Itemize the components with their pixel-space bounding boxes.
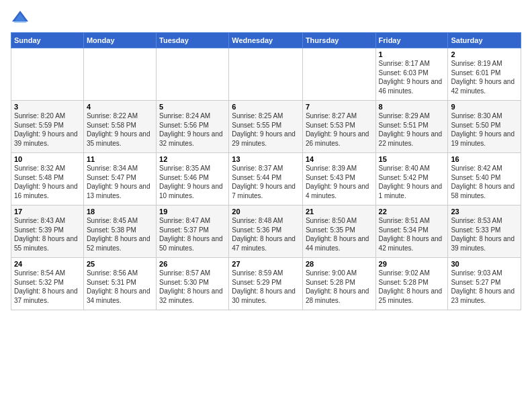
day-number: 8 bbox=[379, 103, 445, 111]
day-cell: 11Sunrise: 8:34 AM Sunset: 5:47 PM Dayli… bbox=[83, 153, 156, 205]
day-cell: 7Sunrise: 8:27 AM Sunset: 5:53 PM Daylig… bbox=[302, 101, 375, 153]
day-number: 2 bbox=[451, 50, 518, 58]
day-number: 7 bbox=[306, 103, 373, 111]
day-number: 26 bbox=[159, 260, 226, 268]
weekday-header-wednesday: Wednesday bbox=[229, 33, 303, 48]
logo-icon bbox=[11, 8, 30, 27]
day-cell: 15Sunrise: 8:40 AM Sunset: 5:42 PM Dayli… bbox=[375, 153, 448, 205]
day-cell: 28Sunrise: 9:00 AM Sunset: 5:28 PM Dayli… bbox=[302, 258, 375, 310]
day-cell: 3Sunrise: 8:20 AM Sunset: 5:59 PM Daylig… bbox=[11, 101, 84, 153]
day-info: Sunrise: 9:03 AM Sunset: 5:27 PM Dayligh… bbox=[451, 269, 518, 305]
day-info: Sunrise: 8:54 AM Sunset: 5:32 PM Dayligh… bbox=[14, 269, 81, 305]
weekday-header-row: SundayMondayTuesdayWednesdayThursdayFrid… bbox=[11, 33, 521, 48]
day-cell bbox=[157, 48, 229, 101]
week-row-0: 1Sunrise: 8:17 AM Sunset: 6:03 PM Daylig… bbox=[11, 48, 521, 101]
day-cell: 6Sunrise: 8:25 AM Sunset: 5:55 PM Daylig… bbox=[229, 101, 303, 153]
day-info: Sunrise: 8:19 AM Sunset: 6:01 PM Dayligh… bbox=[451, 59, 518, 95]
day-info: Sunrise: 8:39 AM Sunset: 5:43 PM Dayligh… bbox=[306, 164, 373, 200]
day-number: 12 bbox=[159, 155, 226, 163]
day-cell: 2Sunrise: 8:19 AM Sunset: 6:01 PM Daylig… bbox=[448, 48, 521, 101]
day-number: 24 bbox=[14, 260, 81, 268]
day-cell: 1Sunrise: 8:17 AM Sunset: 6:03 PM Daylig… bbox=[375, 48, 448, 101]
week-row-3: 17Sunrise: 8:43 AM Sunset: 5:39 PM Dayli… bbox=[11, 205, 521, 258]
week-row-1: 3Sunrise: 8:20 AM Sunset: 5:59 PM Daylig… bbox=[11, 101, 521, 153]
day-number: 10 bbox=[14, 155, 81, 163]
day-cell: 26Sunrise: 8:57 AM Sunset: 5:30 PM Dayli… bbox=[157, 258, 229, 310]
logo bbox=[11, 8, 32, 27]
week-row-4: 24Sunrise: 8:54 AM Sunset: 5:32 PM Dayli… bbox=[11, 258, 521, 310]
day-number: 11 bbox=[87, 155, 153, 163]
day-number: 5 bbox=[159, 103, 226, 111]
weekday-header-monday: Monday bbox=[83, 33, 156, 48]
day-info: Sunrise: 8:51 AM Sunset: 5:34 PM Dayligh… bbox=[379, 216, 445, 253]
day-number: 20 bbox=[232, 208, 300, 216]
day-number: 30 bbox=[451, 260, 518, 268]
day-cell: 13Sunrise: 8:37 AM Sunset: 5:44 PM Dayli… bbox=[229, 153, 303, 205]
page: SundayMondayTuesdayWednesdayThursdayFrid… bbox=[0, 0, 532, 411]
day-info: Sunrise: 8:29 AM Sunset: 5:51 PM Dayligh… bbox=[379, 111, 445, 148]
day-cell: 9Sunrise: 8:30 AM Sunset: 5:50 PM Daylig… bbox=[448, 101, 521, 153]
day-number: 6 bbox=[232, 103, 300, 111]
weekday-header-friday: Friday bbox=[375, 33, 448, 48]
day-info: Sunrise: 8:17 AM Sunset: 6:03 PM Dayligh… bbox=[379, 59, 445, 95]
day-number: 13 bbox=[232, 155, 300, 163]
day-info: Sunrise: 8:34 AM Sunset: 5:47 PM Dayligh… bbox=[87, 164, 153, 200]
day-number: 3 bbox=[14, 103, 81, 111]
day-cell bbox=[229, 48, 303, 101]
weekday-header-tuesday: Tuesday bbox=[157, 33, 229, 48]
day-cell: 21Sunrise: 8:50 AM Sunset: 5:35 PM Dayli… bbox=[302, 205, 375, 258]
day-number: 22 bbox=[379, 208, 445, 216]
day-cell: 8Sunrise: 8:29 AM Sunset: 5:51 PM Daylig… bbox=[375, 101, 448, 153]
day-number: 29 bbox=[379, 260, 445, 268]
day-number: 17 bbox=[14, 208, 81, 216]
day-info: Sunrise: 8:32 AM Sunset: 5:48 PM Dayligh… bbox=[14, 164, 81, 200]
day-info: Sunrise: 8:40 AM Sunset: 5:42 PM Dayligh… bbox=[379, 164, 445, 200]
weekday-header-sunday: Sunday bbox=[11, 33, 84, 48]
day-info: Sunrise: 8:20 AM Sunset: 5:59 PM Dayligh… bbox=[14, 111, 81, 148]
header bbox=[11, 8, 521, 27]
day-info: Sunrise: 8:50 AM Sunset: 5:35 PM Dayligh… bbox=[306, 216, 373, 253]
day-info: Sunrise: 8:43 AM Sunset: 5:39 PM Dayligh… bbox=[14, 216, 81, 253]
day-info: Sunrise: 8:35 AM Sunset: 5:46 PM Dayligh… bbox=[159, 164, 226, 200]
day-number: 14 bbox=[306, 155, 373, 163]
day-number: 18 bbox=[87, 208, 153, 216]
day-cell: 17Sunrise: 8:43 AM Sunset: 5:39 PM Dayli… bbox=[11, 205, 84, 258]
day-number: 4 bbox=[87, 103, 153, 111]
weekday-header-saturday: Saturday bbox=[448, 33, 521, 48]
day-cell: 27Sunrise: 8:59 AM Sunset: 5:29 PM Dayli… bbox=[229, 258, 303, 310]
calendar-table: SundayMondayTuesdayWednesdayThursdayFrid… bbox=[11, 32, 521, 310]
day-number: 19 bbox=[159, 208, 226, 216]
day-number: 25 bbox=[87, 260, 153, 268]
day-info: Sunrise: 8:37 AM Sunset: 5:44 PM Dayligh… bbox=[232, 164, 300, 200]
day-info: Sunrise: 8:57 AM Sunset: 5:30 PM Dayligh… bbox=[159, 269, 226, 305]
day-info: Sunrise: 8:53 AM Sunset: 5:33 PM Dayligh… bbox=[451, 216, 518, 253]
day-cell: 30Sunrise: 9:03 AM Sunset: 5:27 PM Dayli… bbox=[448, 258, 521, 310]
day-cell: 19Sunrise: 8:47 AM Sunset: 5:37 PM Dayli… bbox=[157, 205, 229, 258]
day-info: Sunrise: 8:56 AM Sunset: 5:31 PM Dayligh… bbox=[87, 269, 153, 305]
day-cell: 23Sunrise: 8:53 AM Sunset: 5:33 PM Dayli… bbox=[448, 205, 521, 258]
day-cell bbox=[302, 48, 375, 101]
day-cell: 4Sunrise: 8:22 AM Sunset: 5:58 PM Daylig… bbox=[83, 101, 156, 153]
day-info: Sunrise: 8:30 AM Sunset: 5:50 PM Dayligh… bbox=[451, 111, 518, 148]
day-cell: 20Sunrise: 8:48 AM Sunset: 5:36 PM Dayli… bbox=[229, 205, 303, 258]
day-info: Sunrise: 9:02 AM Sunset: 5:28 PM Dayligh… bbox=[379, 269, 445, 305]
day-cell: 24Sunrise: 8:54 AM Sunset: 5:32 PM Dayli… bbox=[11, 258, 84, 310]
day-info: Sunrise: 8:47 AM Sunset: 5:37 PM Dayligh… bbox=[159, 216, 226, 253]
week-row-2: 10Sunrise: 8:32 AM Sunset: 5:48 PM Dayli… bbox=[11, 153, 521, 205]
day-info: Sunrise: 8:24 AM Sunset: 5:56 PM Dayligh… bbox=[159, 111, 226, 148]
day-info: Sunrise: 8:42 AM Sunset: 5:40 PM Dayligh… bbox=[451, 164, 518, 200]
day-number: 15 bbox=[379, 155, 445, 163]
day-cell: 10Sunrise: 8:32 AM Sunset: 5:48 PM Dayli… bbox=[11, 153, 84, 205]
day-info: Sunrise: 8:22 AM Sunset: 5:58 PM Dayligh… bbox=[87, 111, 153, 148]
day-number: 23 bbox=[451, 208, 518, 216]
day-number: 1 bbox=[379, 50, 445, 58]
day-number: 9 bbox=[451, 103, 518, 111]
day-info: Sunrise: 8:27 AM Sunset: 5:53 PM Dayligh… bbox=[306, 111, 373, 148]
day-cell: 22Sunrise: 8:51 AM Sunset: 5:34 PM Dayli… bbox=[375, 205, 448, 258]
day-info: Sunrise: 9:00 AM Sunset: 5:28 PM Dayligh… bbox=[306, 269, 373, 305]
day-number: 16 bbox=[451, 155, 518, 163]
day-cell bbox=[11, 48, 84, 101]
day-cell: 18Sunrise: 8:45 AM Sunset: 5:38 PM Dayli… bbox=[83, 205, 156, 258]
day-info: Sunrise: 8:59 AM Sunset: 5:29 PM Dayligh… bbox=[232, 269, 300, 305]
day-cell bbox=[83, 48, 156, 101]
